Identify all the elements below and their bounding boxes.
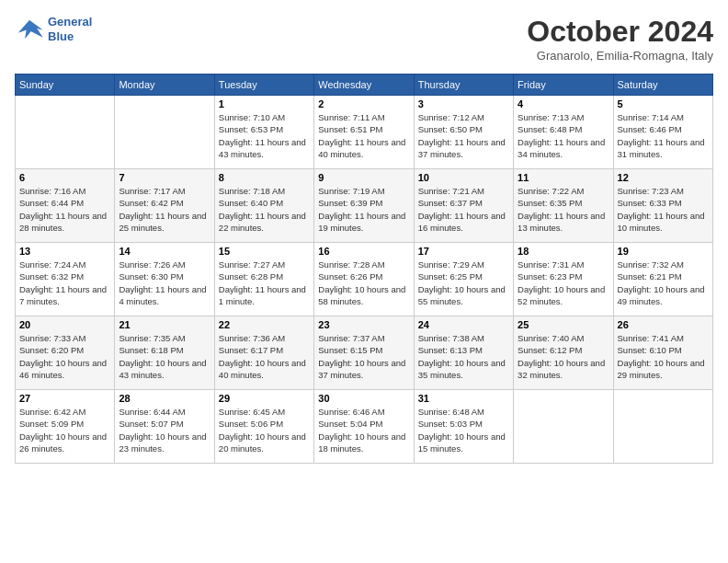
day-info: Sunrise: 7:24 AM Sunset: 6:32 PM Dayligh… — [19, 259, 110, 307]
day-number: 14 — [119, 246, 210, 257]
logo-icon — [15, 17, 44, 42]
day-info: Sunrise: 7:27 AM Sunset: 6:28 PM Dayligh… — [219, 259, 310, 307]
calendar-cell: 2Sunrise: 7:11 AM Sunset: 6:51 PM Daylig… — [314, 96, 414, 169]
calendar-cell: 13Sunrise: 7:24 AM Sunset: 6:32 PM Dayli… — [16, 243, 115, 316]
day-number: 31 — [418, 393, 509, 404]
day-number: 30 — [318, 393, 409, 404]
calendar-cell: 5Sunrise: 7:14 AM Sunset: 6:46 PM Daylig… — [613, 96, 712, 169]
weekday-tuesday: Tuesday — [214, 75, 313, 96]
day-info: Sunrise: 7:10 AM Sunset: 6:53 PM Dayligh… — [219, 111, 310, 160]
calendar-cell: 4Sunrise: 7:13 AM Sunset: 6:48 PM Daylig… — [514, 96, 613, 169]
day-number: 8 — [219, 172, 310, 183]
calendar-cell — [16, 96, 115, 169]
day-info: Sunrise: 7:33 AM Sunset: 6:20 PM Dayligh… — [19, 332, 110, 381]
day-info: Sunrise: 7:22 AM Sunset: 6:35 PM Dayligh… — [518, 185, 609, 234]
calendar-cell: 27Sunrise: 6:42 AM Sunset: 5:09 PM Dayli… — [16, 390, 115, 464]
calendar-cell: 17Sunrise: 7:29 AM Sunset: 6:25 PM Dayli… — [414, 243, 513, 316]
calendar-cell: 26Sunrise: 7:41 AM Sunset: 6:10 PM Dayli… — [613, 316, 712, 390]
location: Granarolo, Emilia-Romagna, Italy — [527, 49, 713, 63]
day-number: 27 — [19, 393, 110, 404]
calendar-cell: 19Sunrise: 7:32 AM Sunset: 6:21 PM Dayli… — [613, 243, 712, 316]
day-info: Sunrise: 7:28 AM Sunset: 6:26 PM Dayligh… — [318, 259, 409, 307]
logo-text: General Blue — [48, 15, 92, 43]
day-number: 15 — [219, 246, 310, 257]
day-info: Sunrise: 7:29 AM Sunset: 6:25 PM Dayligh… — [418, 259, 509, 307]
day-number: 4 — [518, 98, 609, 109]
day-number: 22 — [219, 319, 310, 330]
weekday-thursday: Thursday — [414, 75, 513, 96]
day-number: 23 — [318, 319, 409, 330]
day-info: Sunrise: 7:36 AM Sunset: 6:17 PM Dayligh… — [219, 332, 310, 381]
calendar-table: SundayMondayTuesdayWednesdayThursdayFrid… — [15, 74, 713, 464]
day-number: 19 — [618, 246, 709, 257]
day-number: 10 — [418, 172, 509, 183]
day-info: Sunrise: 7:26 AM Sunset: 6:30 PM Dayligh… — [119, 259, 210, 307]
week-row-3: 13Sunrise: 7:24 AM Sunset: 6:32 PM Dayli… — [16, 243, 713, 316]
day-number: 9 — [318, 172, 409, 183]
day-number: 13 — [19, 246, 110, 257]
day-number: 3 — [418, 98, 509, 109]
day-number: 11 — [518, 172, 609, 183]
svg-marker-1 — [18, 20, 42, 39]
day-number: 18 — [518, 246, 609, 257]
weekday-friday: Friday — [514, 75, 613, 96]
day-info: Sunrise: 7:40 AM Sunset: 6:12 PM Dayligh… — [518, 332, 609, 381]
day-info: Sunrise: 7:17 AM Sunset: 6:42 PM Dayligh… — [119, 185, 210, 234]
calendar-cell: 11Sunrise: 7:22 AM Sunset: 6:35 PM Dayli… — [514, 169, 613, 243]
day-info: Sunrise: 6:44 AM Sunset: 5:07 PM Dayligh… — [119, 406, 210, 454]
page-header: General Blue October 2024 Granarolo, Emi… — [15, 15, 713, 63]
weekday-header-row: SundayMondayTuesdayWednesdayThursdayFrid… — [16, 75, 713, 96]
day-info: Sunrise: 6:48 AM Sunset: 5:03 PM Dayligh… — [418, 406, 509, 454]
weekday-saturday: Saturday — [613, 75, 712, 96]
calendar-cell: 3Sunrise: 7:12 AM Sunset: 6:50 PM Daylig… — [414, 96, 513, 169]
calendar-cell — [115, 96, 214, 169]
day-info: Sunrise: 7:37 AM Sunset: 6:15 PM Dayligh… — [318, 332, 409, 381]
weekday-sunday: Sunday — [16, 75, 115, 96]
week-row-4: 20Sunrise: 7:33 AM Sunset: 6:20 PM Dayli… — [16, 316, 713, 390]
title-block: October 2024 Granarolo, Emilia-Romagna, … — [527, 15, 713, 63]
calendar-cell: 25Sunrise: 7:40 AM Sunset: 6:12 PM Dayli… — [514, 316, 613, 390]
day-info: Sunrise: 7:14 AM Sunset: 6:46 PM Dayligh… — [618, 111, 709, 160]
day-info: Sunrise: 7:38 AM Sunset: 6:13 PM Dayligh… — [418, 332, 509, 381]
week-row-1: 1Sunrise: 7:10 AM Sunset: 6:53 PM Daylig… — [16, 96, 713, 169]
calendar-cell: 28Sunrise: 6:44 AM Sunset: 5:07 PM Dayli… — [115, 390, 214, 464]
day-info: Sunrise: 6:46 AM Sunset: 5:04 PM Dayligh… — [318, 406, 409, 454]
month-title: October 2024 — [527, 15, 713, 49]
weekday-monday: Monday — [115, 75, 214, 96]
day-number: 17 — [418, 246, 509, 257]
day-info: Sunrise: 7:21 AM Sunset: 6:37 PM Dayligh… — [418, 185, 509, 234]
day-number: 5 — [618, 98, 709, 109]
calendar-cell: 7Sunrise: 7:17 AM Sunset: 6:42 PM Daylig… — [115, 169, 214, 243]
day-info: Sunrise: 7:41 AM Sunset: 6:10 PM Dayligh… — [618, 332, 709, 381]
day-info: Sunrise: 7:19 AM Sunset: 6:39 PM Dayligh… — [318, 185, 409, 234]
week-row-2: 6Sunrise: 7:16 AM Sunset: 6:44 PM Daylig… — [16, 169, 713, 243]
calendar-cell: 18Sunrise: 7:31 AM Sunset: 6:23 PM Dayli… — [514, 243, 613, 316]
day-number: 7 — [119, 172, 210, 183]
day-number: 6 — [19, 172, 110, 183]
day-number: 28 — [119, 393, 210, 404]
day-info: Sunrise: 6:45 AM Sunset: 5:06 PM Dayligh… — [219, 406, 310, 454]
calendar-body: 1Sunrise: 7:10 AM Sunset: 6:53 PM Daylig… — [16, 96, 713, 464]
calendar-cell: 29Sunrise: 6:45 AM Sunset: 5:06 PM Dayli… — [214, 390, 313, 464]
day-info: Sunrise: 7:11 AM Sunset: 6:51 PM Dayligh… — [318, 111, 409, 160]
day-number: 24 — [418, 319, 509, 330]
calendar-cell — [514, 390, 613, 464]
week-row-5: 27Sunrise: 6:42 AM Sunset: 5:09 PM Dayli… — [16, 390, 713, 464]
day-number: 25 — [518, 319, 609, 330]
day-number: 2 — [318, 98, 409, 109]
day-info: Sunrise: 7:32 AM Sunset: 6:21 PM Dayligh… — [618, 259, 709, 307]
calendar-cell: 22Sunrise: 7:36 AM Sunset: 6:17 PM Dayli… — [214, 316, 313, 390]
calendar-cell: 31Sunrise: 6:48 AM Sunset: 5:03 PM Dayli… — [414, 390, 513, 464]
day-number: 26 — [618, 319, 709, 330]
day-info: Sunrise: 6:42 AM Sunset: 5:09 PM Dayligh… — [19, 406, 110, 454]
day-number: 21 — [119, 319, 210, 330]
calendar-cell: 23Sunrise: 7:37 AM Sunset: 6:15 PM Dayli… — [314, 316, 414, 390]
weekday-wednesday: Wednesday — [314, 75, 414, 96]
day-info: Sunrise: 7:23 AM Sunset: 6:33 PM Dayligh… — [618, 185, 709, 234]
day-info: Sunrise: 7:35 AM Sunset: 6:18 PM Dayligh… — [119, 332, 210, 381]
day-number: 20 — [19, 319, 110, 330]
day-info: Sunrise: 7:16 AM Sunset: 6:44 PM Dayligh… — [19, 185, 110, 234]
calendar-cell: 15Sunrise: 7:27 AM Sunset: 6:28 PM Dayli… — [214, 243, 313, 316]
day-info: Sunrise: 7:18 AM Sunset: 6:40 PM Dayligh… — [219, 185, 310, 234]
calendar-cell: 30Sunrise: 6:46 AM Sunset: 5:04 PM Dayli… — [314, 390, 414, 464]
